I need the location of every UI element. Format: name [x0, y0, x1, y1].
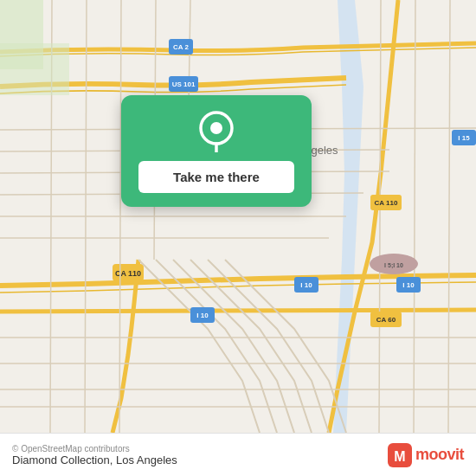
location-card: Take me there: [121, 95, 312, 207]
svg-text:I 10: I 10: [402, 281, 415, 289]
bottom-left-info: © OpenStreetMap contributors Diamond Col…: [12, 444, 177, 466]
svg-text:CA 60: CA 60: [376, 316, 396, 324]
moovit-brand-icon: M: [388, 443, 412, 467]
take-me-there-button[interactable]: Take me there: [138, 161, 294, 193]
svg-text:I 10: I 10: [196, 312, 209, 319]
svg-text:US 101: US 101: [172, 80, 196, 88]
map-container: CA 110 CA 2 US 101: [0, 0, 476, 433]
location-name: Diamond Collection, Los Angeles: [12, 453, 177, 466]
copyright-text: © OpenStreetMap contributors: [12, 444, 177, 453]
bottom-bar: © OpenStreetMap contributors Diamond Col…: [0, 433, 476, 476]
svg-text:I 15: I 15: [458, 134, 470, 142]
svg-rect-40: [0, 43, 69, 95]
moovit-logo: M moovit: [388, 443, 464, 467]
svg-text:M: M: [394, 449, 405, 464]
svg-text:I 10: I 10: [300, 281, 312, 289]
map-svg: CA 110 CA 2 US 101: [0, 0, 476, 433]
svg-text:CA 110: CA 110: [375, 199, 398, 207]
svg-text:CA 2: CA 2: [173, 43, 189, 51]
pin-icon: [196, 111, 237, 152]
moovit-label: moovit: [415, 446, 464, 464]
svg-text:CA 110: CA 110: [115, 269, 141, 278]
svg-text:I 5;I 10: I 5;I 10: [384, 262, 403, 269]
svg-point-43: [210, 122, 222, 134]
